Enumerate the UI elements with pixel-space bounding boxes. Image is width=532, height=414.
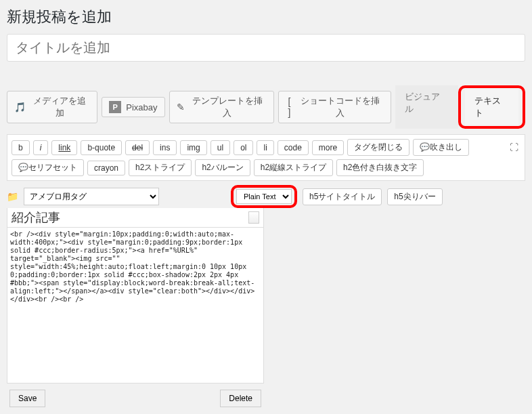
snippet-code-textarea[interactable]: <br /><div style="margin:10px;padding:0;… — [7, 228, 264, 384]
snippet-category-select[interactable]: アメブロ用タグ — [24, 188, 159, 205]
qt-crayon[interactable]: crayon — [87, 161, 125, 175]
insert-shortcode-label: ショートコードを挿入 — [296, 95, 384, 119]
pixabay-button[interactable]: P Pixabay — [102, 97, 164, 117]
tab-visual[interactable]: ビジュアル — [395, 85, 458, 129]
document-icon[interactable] — [248, 211, 259, 224]
snippet-title: 紹介記事 — [12, 209, 60, 226]
pixabay-label: Pixabay — [126, 102, 157, 112]
add-media-label: メディアを追加 — [29, 95, 90, 119]
qt-bold[interactable]: b — [12, 140, 30, 155]
quicktags-toolbar: b i link b-quote del ins img ul ol li co… — [7, 134, 525, 181]
qt-ul[interactable]: ul — [210, 140, 230, 155]
qt-link-label: link — [58, 143, 70, 152]
qt-ins[interactable]: ins — [153, 140, 177, 155]
folder-icon: 📁 — [7, 191, 18, 202]
insert-template-button[interactable]: ✎ テンプレートを挿入 — [169, 91, 274, 123]
qt-balloon[interactable]: 💬吹き出し — [413, 139, 469, 156]
qt-serif-set[interactable]: 💬セリフセット — [12, 159, 84, 176]
brackets-icon: [ ] — [286, 96, 294, 118]
fullscreen-icon[interactable]: ⛶ — [508, 140, 520, 154]
qt-more[interactable]: more — [312, 140, 344, 155]
snippet-mode-select[interactable]: Plain Text — [236, 189, 292, 204]
qt-h2stripe[interactable]: h2ストライプ — [129, 159, 192, 176]
snippet-footer: Save Delete — [7, 386, 264, 411]
qt-del[interactable]: del — [125, 140, 150, 155]
insert-shortcode-button[interactable]: [ ] ショートコードを挿入 — [278, 91, 392, 123]
qt-del-label: del — [132, 143, 143, 152]
media-toolbar: 🎵 メディアを追加 P Pixabay ✎ テンプレートを挿入 [ ] ショート… — [7, 85, 525, 129]
qt-link[interactable]: link — [51, 140, 77, 155]
qt-code[interactable]: code — [278, 140, 309, 155]
qt-serif-label: セリフセット — [28, 163, 77, 172]
post-title-input[interactable] — [7, 34, 525, 62]
snippet-row: 📁 アメブロ用タグ Plain Text h5サイトタイトル h5尖りバー — [7, 185, 525, 208]
insert-template-label: テンプレートを挿入 — [188, 95, 267, 119]
camera-music-icon: 🎵 — [14, 102, 26, 112]
pixabay-icon: P — [109, 101, 121, 113]
page-heading: 新規投稿を追加 — [7, 7, 525, 27]
qt-italic[interactable]: i — [33, 140, 49, 155]
snippet-header: 紹介記事 — [7, 208, 264, 228]
qt-h2color[interactable]: h2色付き白抜き文字 — [336, 159, 424, 176]
qt-h5title[interactable]: h5サイトタイトル — [303, 188, 382, 205]
qt-close-tags[interactable]: タグを閉じる — [347, 139, 409, 156]
save-button[interactable]: Save — [9, 390, 45, 407]
highlight-plaintext: Plain Text — [231, 185, 297, 208]
highlight-text-tab: テキスト — [458, 85, 525, 129]
qt-ol[interactable]: ol — [234, 140, 253, 155]
qt-balloon-label: 吹き出し — [430, 142, 462, 152]
add-media-button[interactable]: 🎵 メディアを追加 — [7, 91, 97, 123]
qt-h2balloon[interactable]: h2バルーン — [195, 159, 250, 176]
editor-tabs: ビジュアル テキスト — [395, 85, 525, 129]
qt-h5bar[interactable]: h5尖りバー — [387, 188, 442, 205]
qt-bquote[interactable]: b-quote — [81, 140, 122, 155]
qt-italic-label: i — [40, 143, 42, 152]
pencil-icon: ✎ — [177, 102, 185, 112]
qt-img[interactable]: img — [180, 140, 206, 155]
qt-h2vstripe[interactable]: h2縦線ストライプ — [254, 159, 333, 176]
qt-li[interactable]: li — [257, 140, 273, 155]
tab-text[interactable]: テキスト — [465, 89, 518, 125]
delete-button[interactable]: Delete — [220, 390, 261, 407]
